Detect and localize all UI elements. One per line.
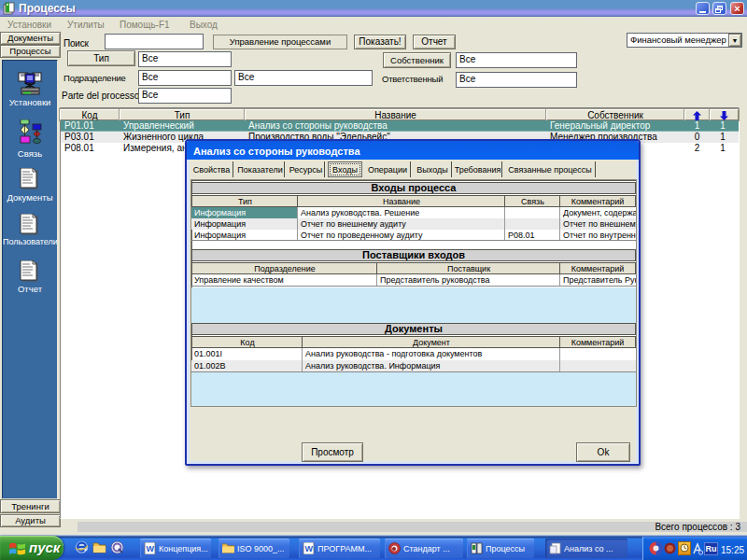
svg-text:W: W: [147, 544, 155, 553]
svg-text:W: W: [305, 544, 314, 553]
